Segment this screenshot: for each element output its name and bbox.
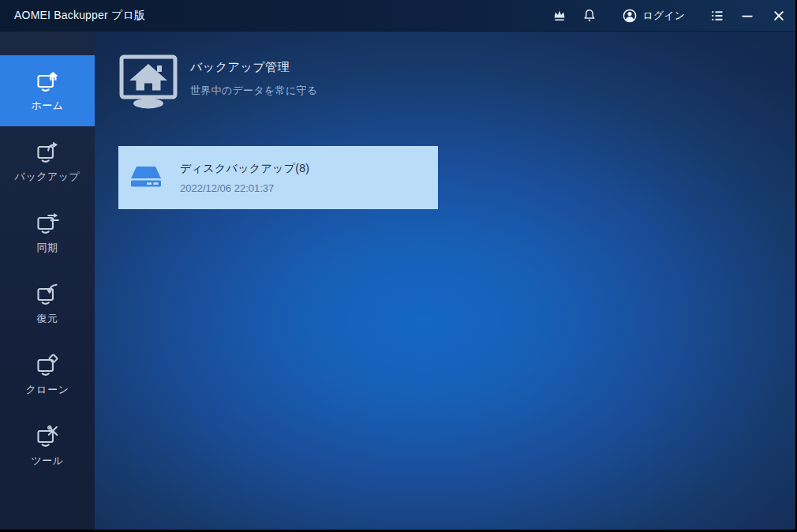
sidebar-item-label: ツール xyxy=(31,454,63,468)
monitor-restore-icon xyxy=(36,283,59,306)
page-header: バックアップ管理 世界中のデータを常に守る xyxy=(118,54,317,111)
backup-task-card[interactable]: ディスクバックアップ(8) 2022/12/06 22:01:37 xyxy=(118,146,438,209)
close-icon xyxy=(771,8,787,24)
monitor-home-large-icon xyxy=(118,54,178,111)
titlebar: AOMEI Backupper プロ版 xyxy=(0,0,795,32)
monitor-home-icon xyxy=(36,69,59,93)
bell-icon xyxy=(582,8,597,24)
app-title: AOMEI Backupper プロ版 xyxy=(0,9,145,23)
login-label: ログイン xyxy=(643,9,685,23)
main-content: バックアップ管理 世界中のデータを常に守る ディスクバックアップ(8) 2022… xyxy=(95,32,795,530)
monitor-tools-icon xyxy=(36,425,59,448)
user-icon xyxy=(622,8,638,24)
backup-task-title: ディスクバックアップ(8) xyxy=(180,162,309,176)
monitor-sync-icon xyxy=(36,212,59,235)
notifications-button[interactable] xyxy=(574,0,604,31)
sidebar-item-backup[interactable]: バックアップ xyxy=(0,126,95,197)
list-menu-icon xyxy=(709,8,725,24)
monitor-clone-icon xyxy=(36,354,59,377)
sidebar-item-label: 復元 xyxy=(37,312,58,326)
menu-button[interactable] xyxy=(702,0,732,31)
page-title: バックアップ管理 xyxy=(190,60,317,75)
titlebar-actions: ログイン xyxy=(544,0,795,31)
minimize-button[interactable] xyxy=(732,0,762,31)
sidebar: ホーム バックアップ xyxy=(0,32,95,530)
crown-upgrade-icon xyxy=(552,8,567,24)
disk-icon xyxy=(129,163,163,193)
sidebar-item-sync[interactable]: 同期 xyxy=(0,197,95,268)
close-button[interactable] xyxy=(762,0,795,31)
backup-task-text: ディスクバックアップ(8) 2022/12/06 22:01:37 xyxy=(180,162,309,194)
sidebar-item-label: ホーム xyxy=(31,99,63,113)
monitor-backup-icon xyxy=(36,140,59,164)
page-subtitle: 世界中のデータを常に守る xyxy=(190,84,317,98)
sidebar-item-home[interactable]: ホーム xyxy=(0,55,95,126)
sidebar-item-label: クローン xyxy=(26,383,69,397)
backup-task-timestamp: 2022/12/06 22:01:37 xyxy=(180,182,309,194)
upgrade-button[interactable] xyxy=(544,0,574,31)
sidebar-item-restore[interactable]: 復元 xyxy=(0,268,95,339)
minimize-icon xyxy=(739,8,755,24)
sidebar-item-clone[interactable]: クローン xyxy=(0,339,95,410)
sidebar-item-label: 同期 xyxy=(37,241,58,255)
page-header-text: バックアップ管理 世界中のデータを常に守る xyxy=(190,54,317,98)
sidebar-item-label: バックアップ xyxy=(15,170,80,184)
app-window: AOMEI Backupper プロ版 xyxy=(0,0,797,532)
sidebar-item-tools[interactable]: ツール xyxy=(0,410,95,481)
login-button[interactable]: ログイン xyxy=(611,0,696,31)
